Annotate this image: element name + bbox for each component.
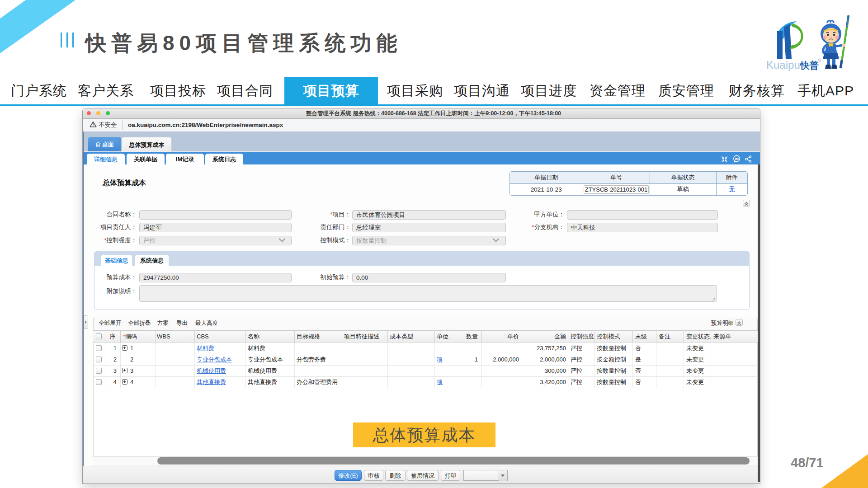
svg-text:快普: 快普 [799,60,819,70]
svg-text:IM: IM [735,157,739,161]
svg-text:Kuaipu: Kuaipu [766,59,800,71]
